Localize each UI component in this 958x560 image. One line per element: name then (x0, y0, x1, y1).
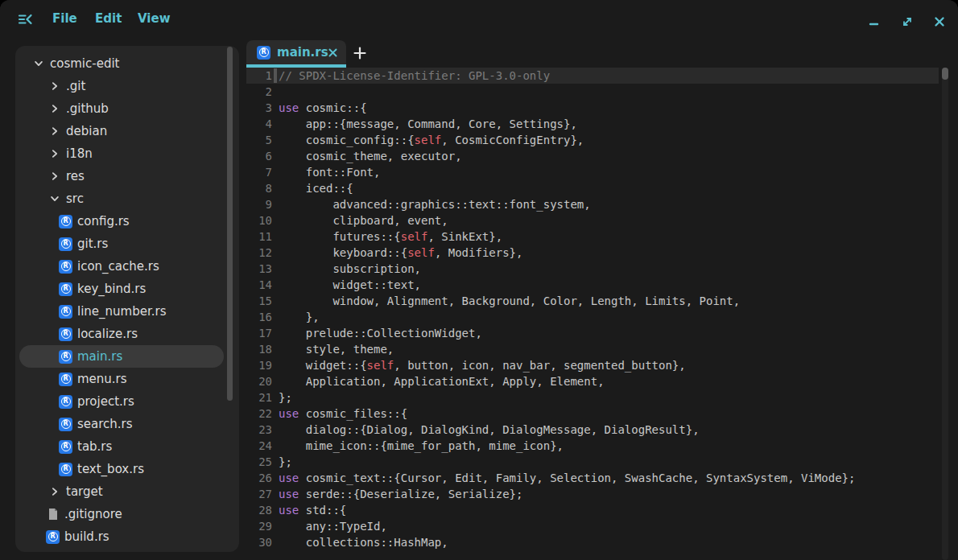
code-line: 21}; (246, 389, 939, 406)
tree-file-main-rs[interactable]: Rmain.rs (15, 345, 239, 368)
code-line: 12 keyboard::{self, Modifiers}, (246, 245, 939, 261)
tree-folder-cosmic-edit[interactable]: cosmic-edit (15, 52, 239, 75)
chevron-right-icon (48, 170, 61, 183)
tree-file-search-rs[interactable]: Rsearch.rs (15, 413, 239, 435)
tree-file-tab-rs[interactable]: Rtab.rs (15, 435, 239, 458)
code-line: 30 collections::HashMap, (246, 534, 939, 550)
tree-item-label: key_bind.rs (77, 282, 146, 296)
rust-file-icon: R (46, 530, 60, 544)
line-number: 17 (246, 325, 272, 341)
code-text: any::TypeId, (279, 518, 387, 534)
menu-file[interactable]: File (52, 11, 77, 26)
line-number: 20 (246, 373, 272, 389)
line-number: 4 (246, 116, 272, 132)
line-number: 1 (246, 68, 272, 84)
line-number: 14 (246, 277, 272, 293)
code-line: 17 prelude::CollectionWidget, (246, 325, 939, 341)
tree-file-project-rs[interactable]: Rproject.rs (15, 390, 239, 413)
line-number: 18 (246, 341, 272, 357)
tree-item-label: line_number.rs (77, 304, 167, 319)
tree-item-label: menu.rs (77, 372, 127, 386)
line-number: 7 (246, 164, 272, 180)
tree-folder-res[interactable]: res (15, 165, 239, 187)
tree-folder-target[interactable]: target (15, 480, 239, 503)
tree-file-localize-rs[interactable]: Rlocalize.rs (15, 323, 239, 345)
code-line: 13 subscription, (246, 261, 939, 277)
code-text: widget::text, (279, 277, 421, 293)
tree-folder-i18n[interactable]: i18n (15, 142, 239, 165)
code-line: 22use cosmic_files::{ (246, 406, 939, 422)
line-number: 11 (246, 229, 272, 245)
tree-file-git-rs[interactable]: Rgit.rs (15, 233, 239, 255)
code-line: 7 font::Font, (246, 164, 939, 180)
line-number: 28 (246, 502, 272, 518)
code-text: }; (279, 389, 292, 406)
line-number: 19 (246, 357, 272, 373)
code-text: app::{message, Command, Core, Settings}, (279, 116, 577, 132)
code-text: widget::{self, button, icon, nav_bar, se… (279, 357, 686, 373)
code-text: use cosmic::{ (279, 100, 367, 116)
chevron-right-icon (48, 80, 61, 93)
tree-file-key-bind-rs[interactable]: Rkey_bind.rs (15, 278, 239, 300)
sidebar-scrollbar[interactable] (227, 47, 233, 401)
tree-file-build-rs[interactable]: Rbuild.rs (15, 525, 239, 548)
tree-file--gitignore[interactable]: .gitignore (15, 503, 239, 525)
minimize-icon[interactable] (867, 14, 882, 29)
close-icon[interactable] (932, 14, 947, 29)
code-text: mime_icon::{mime_for_path, mime_icon}, (279, 438, 564, 454)
rust-file-icon: R (257, 46, 270, 60)
code-text: }; (279, 454, 292, 470)
code-line: 29 any::TypeId, (246, 518, 939, 534)
code-line: 8 iced::{ (246, 180, 939, 196)
tree-folder--git[interactable]: .git (15, 75, 239, 97)
tab-main-rs[interactable]: R main.rs (246, 40, 346, 64)
code-text: clipboard, event, (279, 212, 448, 229)
editor-scrollbar-thumb[interactable] (942, 68, 948, 80)
chevron-right-icon (48, 125, 61, 138)
menu-view[interactable]: View (138, 11, 171, 26)
new-tab-button[interactable] (352, 45, 368, 61)
line-number: 13 (246, 261, 272, 277)
tree-folder--github[interactable]: .github (15, 97, 239, 120)
line-number: 29 (246, 518, 272, 534)
tree-folder-src[interactable]: src (15, 187, 239, 210)
chevron-right-icon (48, 485, 61, 498)
tree-file-menu-rs[interactable]: Rmenu.rs (15, 368, 239, 390)
tree-item-label: main.rs (77, 349, 122, 364)
chevron-right-icon (48, 147, 61, 160)
code-line: 1// SPDX-License-Identifier: GPL-3.0-onl… (246, 68, 939, 84)
code-text: dialog::{Dialog, DialogKind, DialogMessa… (279, 422, 700, 438)
tree-file-line-number-rs[interactable]: Rline_number.rs (15, 300, 239, 323)
line-number: 21 (246, 389, 272, 406)
tree-item-label: cosmic-edit (50, 56, 119, 71)
code-text: }, (279, 309, 320, 325)
tree-item-label: res (66, 169, 85, 183)
tree-item-label: project.rs (77, 394, 134, 409)
editor-scrollbar-track[interactable] (942, 68, 948, 560)
tab-close-icon[interactable] (328, 47, 337, 58)
maximize-icon[interactable] (900, 14, 915, 29)
code-line: 9 advanced::graphics::text::font_system, (246, 196, 939, 212)
code-text: font::Font, (279, 164, 380, 180)
editor-region: R main.rs 1// SPDX-License-Identifi (246, 40, 948, 560)
code-line: 16 }, (246, 309, 939, 325)
tree-file-config-rs[interactable]: Rconfig.rs (15, 210, 239, 233)
tree-file-text-box-rs[interactable]: Rtext_box.rs (15, 458, 239, 480)
rust-file-icon: R (59, 463, 72, 476)
tree-file-icon-cache-rs[interactable]: Ricon_cache.rs (15, 255, 239, 278)
code-line: 5 cosmic_config::{self, CosmicConfigEntr… (246, 132, 939, 148)
menu-edit[interactable]: Edit (95, 11, 122, 26)
code-text: window, Alignment, Background, Color, Le… (279, 293, 740, 309)
code-text: cosmic_config::{self, CosmicConfigEntry}… (279, 132, 584, 148)
code-text: use cosmic_files::{ (279, 406, 407, 422)
code-text: use serde::{Deserialize, Serialize}; (279, 486, 522, 502)
header-bar: File Edit View (0, 0, 958, 39)
tree-folder-debian[interactable]: debian (15, 120, 239, 142)
code-text: use std::{ (279, 502, 346, 518)
code-editor[interactable]: 1// SPDX-License-Identifier: GPL-3.0-onl… (246, 68, 939, 560)
chevron-down-icon (48, 192, 61, 205)
sidebar-toggle-icon[interactable] (18, 12, 34, 27)
tree-item-label: .gitignore (64, 507, 122, 521)
tree-item-label: i18n (66, 146, 93, 161)
tree-item-label: .github (66, 101, 109, 116)
